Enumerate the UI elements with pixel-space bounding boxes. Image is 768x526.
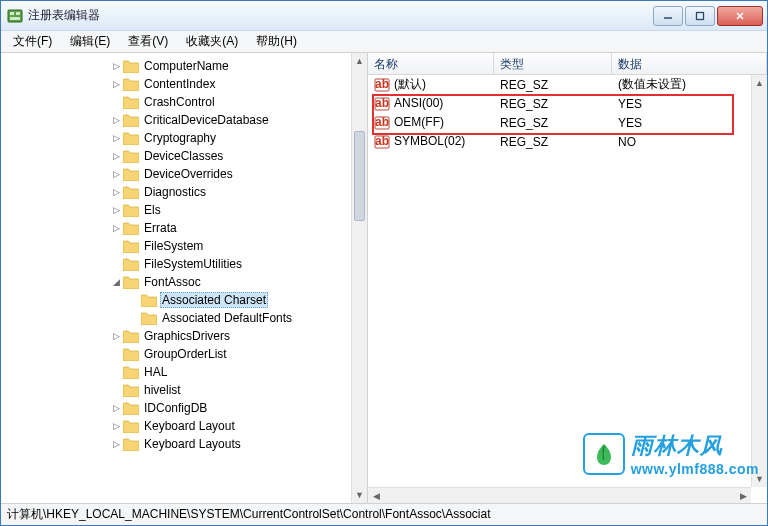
tree-expander-icon[interactable]: ▷: [109, 79, 123, 89]
cell-data: NO: [612, 134, 751, 150]
minimize-button[interactable]: [653, 6, 683, 26]
regedit-icon: [7, 8, 23, 24]
window-title: 注册表编辑器: [28, 7, 653, 24]
tree-item-label: FontAssoc: [142, 274, 203, 290]
registry-editor-window: 注册表编辑器 文件(F) 编辑(E) 查看(V) 收藏夹(A) 帮助(H) ▷C…: [0, 0, 768, 526]
tree-item[interactable]: ▷Els: [1, 201, 351, 219]
cell-name: abOEM(FF): [368, 114, 494, 132]
menu-edit[interactable]: 编辑(E): [62, 31, 118, 52]
cell-data: (数值未设置): [612, 75, 751, 94]
tree-expander-icon[interactable]: ▷: [109, 439, 123, 449]
list-pane: 名称 类型 数据 ab(默认)REG_SZ(数值未设置)abANSI(00)RE…: [368, 53, 767, 503]
tree-expander-icon[interactable]: ▷: [109, 151, 123, 161]
tree-item[interactable]: ▷GraphicsDrivers: [1, 327, 351, 345]
tree-expander-icon[interactable]: ◢: [109, 277, 123, 287]
scroll-up-arrow[interactable]: ▲: [352, 53, 367, 69]
menu-view[interactable]: 查看(V): [120, 31, 176, 52]
tree-expander-icon[interactable]: ▷: [109, 61, 123, 71]
list-scrollbar-horizontal[interactable]: ◀ ▶: [368, 487, 751, 503]
tree-view[interactable]: ▷ComputerName▷ContentIndexCrashControl▷C…: [1, 53, 351, 503]
tree-item[interactable]: ▷Keyboard Layouts: [1, 435, 351, 453]
menu-favorites[interactable]: 收藏夹(A): [178, 31, 246, 52]
list-row[interactable]: abOEM(FF)REG_SZYES: [368, 113, 751, 132]
svg-rect-5: [697, 12, 704, 19]
string-value-icon: ab: [374, 115, 390, 131]
folder-icon: [123, 258, 139, 271]
folder-icon: [123, 276, 139, 289]
tree-expander-icon[interactable]: ▷: [109, 169, 123, 179]
close-button[interactable]: [717, 6, 763, 26]
tree-expander-icon[interactable]: ▷: [109, 331, 123, 341]
tree-item-label: CriticalDeviceDatabase: [142, 112, 271, 128]
scroll-left-arrow[interactable]: ◀: [368, 488, 384, 503]
list-scrollbar-vertical[interactable]: ▲ ▼: [751, 75, 767, 487]
tree-expander-icon[interactable]: ▷: [109, 403, 123, 413]
menubar: 文件(F) 编辑(E) 查看(V) 收藏夹(A) 帮助(H): [1, 31, 767, 53]
svg-text:ab: ab: [375, 77, 389, 91]
list-row[interactable]: ab(默认)REG_SZ(数值未设置): [368, 75, 751, 94]
tree-item[interactable]: ▷ComputerName: [1, 57, 351, 75]
tree-item-label: Cryptography: [142, 130, 218, 146]
maximize-button[interactable]: [685, 6, 715, 26]
tree-item[interactable]: HAL: [1, 363, 351, 381]
menu-help[interactable]: 帮助(H): [248, 31, 305, 52]
col-header-type[interactable]: 类型: [494, 53, 612, 74]
cell-name: abANSI(00): [368, 95, 494, 113]
scroll-up-arrow[interactable]: ▲: [752, 75, 767, 91]
tree-expander-icon[interactable]: ▷: [109, 187, 123, 197]
tree-item-label: ContentIndex: [142, 76, 217, 92]
menu-file[interactable]: 文件(F): [5, 31, 60, 52]
tree-expander-icon[interactable]: ▷: [109, 421, 123, 431]
tree-item[interactable]: FileSystem: [1, 237, 351, 255]
tree-item[interactable]: ◢FontAssoc: [1, 273, 351, 291]
list-header: 名称 类型 数据: [368, 53, 767, 75]
tree-item-label: GroupOrderList: [142, 346, 229, 362]
tree-item[interactable]: ▷DeviceOverrides: [1, 165, 351, 183]
tree-item[interactable]: ▷IDConfigDB: [1, 399, 351, 417]
scroll-down-arrow[interactable]: ▼: [752, 471, 767, 487]
tree-expander-icon[interactable]: ▷: [109, 223, 123, 233]
tree-item-label: DeviceOverrides: [142, 166, 235, 182]
col-header-name[interactable]: 名称: [368, 53, 494, 74]
folder-icon: [123, 204, 139, 217]
tree-item[interactable]: ▷ContentIndex: [1, 75, 351, 93]
tree-item[interactable]: CrashControl: [1, 93, 351, 111]
tree-item-label: Diagnostics: [142, 184, 208, 200]
tree-expander-icon[interactable]: ▷: [109, 205, 123, 215]
tree-item[interactable]: ▷Errata: [1, 219, 351, 237]
tree-item[interactable]: ▷CriticalDeviceDatabase: [1, 111, 351, 129]
content-area: ▷ComputerName▷ContentIndexCrashControl▷C…: [1, 53, 767, 503]
tree-item-label: CrashControl: [142, 94, 217, 110]
cell-type: REG_SZ: [494, 96, 612, 112]
cell-type: REG_SZ: [494, 115, 612, 131]
tree-item[interactable]: ▷Keyboard Layout: [1, 417, 351, 435]
tree-item[interactable]: Associated Charset: [1, 291, 351, 309]
tree-item-label: HAL: [142, 364, 169, 380]
tree-item[interactable]: FileSystemUtilities: [1, 255, 351, 273]
titlebar[interactable]: 注册表编辑器: [1, 1, 767, 31]
tree-item[interactable]: hivelist: [1, 381, 351, 399]
tree-expander-icon[interactable]: ▷: [109, 115, 123, 125]
tree-item[interactable]: ▷DeviceClasses: [1, 147, 351, 165]
tree-scrollbar-vertical[interactable]: ▲ ▼: [351, 53, 367, 503]
scroll-down-arrow[interactable]: ▼: [352, 487, 367, 503]
scroll-thumb[interactable]: [354, 131, 365, 221]
tree-item[interactable]: ▷Diagnostics: [1, 183, 351, 201]
cell-data: YES: [612, 96, 751, 112]
tree-item[interactable]: ▷Cryptography: [1, 129, 351, 147]
tree-item[interactable]: Associated DefaultFonts: [1, 309, 351, 327]
svg-rect-1: [10, 12, 14, 15]
folder-icon: [123, 438, 139, 451]
list-row[interactable]: abSYMBOL(02)REG_SZNO: [368, 132, 751, 151]
string-value-icon: ab: [374, 77, 390, 93]
list-row[interactable]: abANSI(00)REG_SZYES: [368, 94, 751, 113]
cell-type: REG_SZ: [494, 77, 612, 93]
list-body[interactable]: ab(默认)REG_SZ(数值未设置)abANSI(00)REG_SZYESab…: [368, 75, 751, 487]
tree-expander-icon[interactable]: ▷: [109, 133, 123, 143]
col-header-data[interactable]: 数据: [612, 53, 767, 74]
cell-name: abSYMBOL(02): [368, 133, 494, 151]
tree-item[interactable]: GroupOrderList: [1, 345, 351, 363]
scroll-right-arrow[interactable]: ▶: [735, 488, 751, 503]
tree-item-label: IDConfigDB: [142, 400, 209, 416]
folder-icon: [123, 330, 139, 343]
